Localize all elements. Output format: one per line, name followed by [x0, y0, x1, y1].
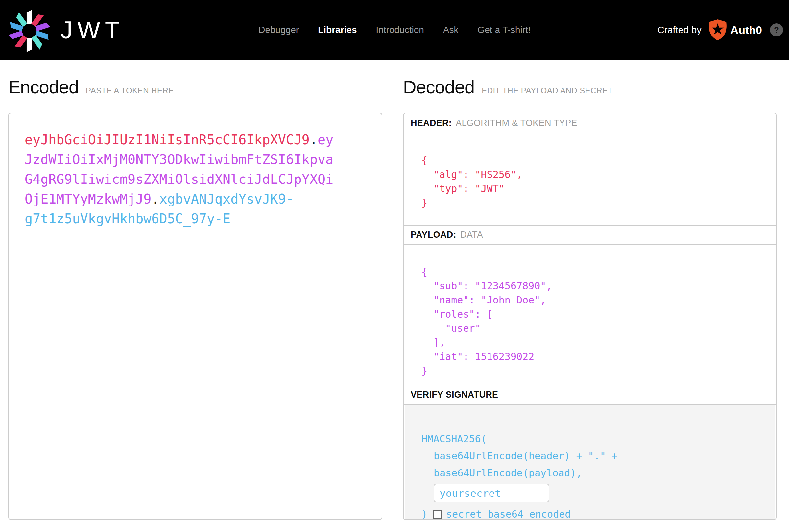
crafted-by-label: Crafted by	[657, 25, 701, 36]
nav-link-ask[interactable]: Ask	[443, 25, 459, 35]
encoded-subtitle: PASTE A TOKEN HERE	[86, 86, 174, 95]
nav-link-introduction[interactable]: Introduction	[376, 25, 424, 35]
decoded-subtitle: EDIT THE PAYLOAD AND SECRET	[482, 86, 613, 95]
encoded-title: Encoded	[8, 76, 79, 98]
token-separator-dot-1: .	[310, 132, 317, 147]
nav-link-libraries[interactable]: Libraries	[318, 25, 357, 35]
help-question-icon[interactable]: ?	[770, 23, 783, 37]
decoded-payload-json[interactable]: { "sub": "1234567890", "name": "John Doe…	[421, 265, 769, 378]
secret-base64-label[interactable]: secret base64 encoded	[446, 506, 571, 520]
top-navbar: JWT Debugger Libraries Introduction Ask …	[0, 0, 789, 60]
debugger-main: Encoded PASTE A TOKEN HERE Decoded EDIT …	[0, 76, 789, 520]
nav-link-tshirt[interactable]: Get a T-shirt!	[477, 25, 530, 35]
payload-label: PAYLOAD:	[410, 230, 456, 240]
token-header-segment[interactable]: eyJhbGciOiJIUzI1NiIsInR5cCI6IkpXVCJ9	[25, 132, 310, 147]
auth0-shield-icon[interactable]	[708, 19, 727, 40]
signature-line-header: base64UrlEncode(header) + "." +	[434, 448, 768, 464]
signature-line-payload: base64UrlEncode(payload),	[434, 464, 768, 482]
encoded-token-panel[interactable]: eyJhbGciOiJIUzI1NiIsInR5cCI6IkpXVCJ9.eyJ…	[8, 113, 382, 520]
nav-links: Debugger Libraries Introduction Ask Get …	[258, 25, 531, 35]
crafted-by-group: Crafted by Auth0 ?	[657, 19, 783, 40]
signature-close-paren: )	[421, 506, 427, 520]
jwt-pinwheel-logo-icon	[7, 9, 51, 53]
secret-base64-checkbox[interactable]	[432, 510, 442, 519]
verify-signature-box: HMACSHA256( base64UrlEncode(header) + ".…	[405, 405, 774, 520]
jwt-wordmark: JWT	[60, 16, 124, 44]
auth0-label[interactable]: Auth0	[730, 24, 762, 37]
header-section-label: HEADER: ALGORITHM & TOKEN TYPE	[404, 113, 776, 133]
secret-input[interactable]	[434, 484, 549, 502]
decoded-panel: HEADER: ALGORITHM & TOKEN TYPE { "alg": …	[403, 113, 776, 520]
jwt-token-text[interactable]: eyJhbGciOiJIUzI1NiIsInR5cCI6IkpXVCJ9.eyJ…	[25, 130, 338, 229]
verify-signature-label: VERIFY SIGNATURE	[410, 390, 498, 400]
token-separator-dot-2: .	[151, 191, 159, 207]
decoded-title: Decoded	[403, 76, 475, 98]
payload-sublabel: DATA	[460, 230, 483, 240]
payload-section-label: PAYLOAD: DATA	[404, 225, 776, 245]
verify-signature-section-label: VERIFY SIGNATURE	[404, 385, 776, 405]
header-label: HEADER:	[410, 118, 452, 128]
decoded-header-json[interactable]: { "alg": "HS256", "typ": "JWT" }	[421, 153, 769, 210]
jwt-brand[interactable]: JWT	[7, 7, 124, 53]
signature-line-hmac: HMACSHA256(	[421, 431, 768, 448]
column-titles: Encoded PASTE A TOKEN HERE Decoded EDIT …	[8, 76, 776, 98]
nav-link-debugger[interactable]: Debugger	[258, 25, 299, 35]
header-sublabel: ALGORITHM & TOKEN TYPE	[456, 118, 577, 128]
